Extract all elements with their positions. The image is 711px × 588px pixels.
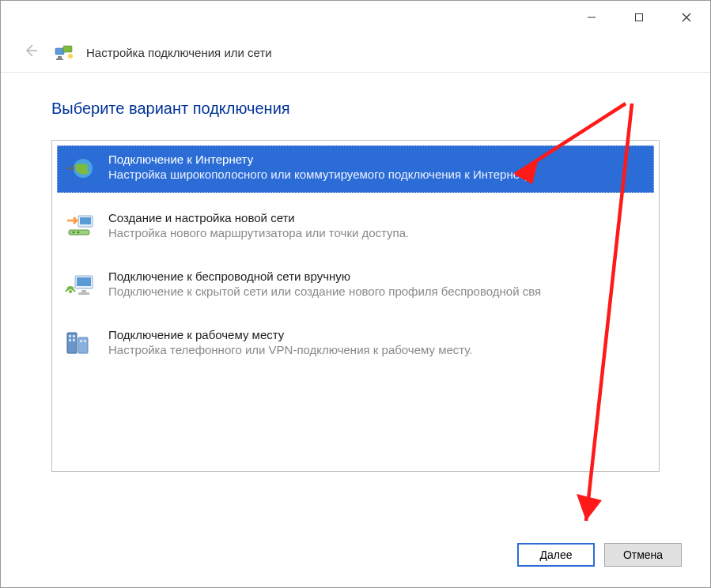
wireless-icon <box>64 270 96 301</box>
svg-rect-6 <box>63 46 72 52</box>
option-title: Подключение к Интернету <box>108 153 533 166</box>
network-wizard-icon <box>53 43 72 61</box>
svg-rect-17 <box>77 277 91 286</box>
content: Выберите вариант подключения Подключение… <box>1 73 710 472</box>
cancel-button[interactable]: Отмена <box>604 543 682 567</box>
svg-rect-25 <box>73 339 75 341</box>
svg-rect-24 <box>69 339 71 341</box>
svg-rect-21 <box>67 333 77 353</box>
maximize-button[interactable] <box>615 2 663 33</box>
router-icon <box>64 211 96 243</box>
svg-point-20 <box>69 290 72 293</box>
svg-rect-8 <box>56 58 63 60</box>
svg-point-15 <box>78 232 80 234</box>
options-list: Подключение к Интернету Настройка широко… <box>51 140 660 472</box>
svg-rect-7 <box>58 56 62 58</box>
titlebar <box>1 1 710 34</box>
svg-rect-22 <box>69 335 71 337</box>
option-title: Создание и настройка новой сети <box>108 211 409 224</box>
close-button[interactable] <box>663 2 710 33</box>
svg-rect-27 <box>80 340 82 342</box>
back-arrow-icon[interactable] <box>21 42 39 62</box>
svg-rect-5 <box>55 48 64 55</box>
option-new-network[interactable]: Создание и настройка новой сети Настройк… <box>57 204 654 251</box>
svg-rect-18 <box>81 290 86 292</box>
option-desc: Настройка телефонного или VPN-подключени… <box>108 343 473 356</box>
svg-rect-19 <box>78 292 89 295</box>
footer: Далее Отмена <box>517 543 682 567</box>
option-desc: Настройка нового маршрутизатора или точк… <box>108 226 409 239</box>
option-desc: Подключение к скрытой сети или создание … <box>108 285 541 298</box>
header: Настройка подключения или сети <box>1 34 710 73</box>
page-heading: Выберите вариант подключения <box>51 100 660 118</box>
option-internet[interactable]: Подключение к Интернету Настройка широко… <box>57 145 654 193</box>
next-button[interactable]: Далее <box>517 543 595 567</box>
svg-rect-12 <box>80 217 91 224</box>
globe-icon <box>64 153 96 184</box>
svg-rect-28 <box>84 340 86 342</box>
option-wireless-manual[interactable]: Подключение к беспроводной сети вручную … <box>57 262 654 310</box>
option-desc: Настройка широкополосного или коммутируе… <box>108 168 533 181</box>
svg-point-9 <box>68 54 73 58</box>
workplace-icon <box>64 328 96 360</box>
option-workplace[interactable]: Подключение к рабочему месту Настройка т… <box>57 321 654 368</box>
option-title: Подключение к беспроводной сети вручную <box>108 270 541 283</box>
option-title: Подключение к рабочему месту <box>108 328 473 341</box>
window-title: Настройка подключения или сети <box>86 46 272 59</box>
svg-marker-30 <box>577 494 602 521</box>
minimize-button[interactable] <box>568 2 615 33</box>
svg-rect-23 <box>73 335 75 337</box>
svg-rect-1 <box>636 14 643 21</box>
svg-rect-26 <box>78 337 88 353</box>
svg-point-14 <box>73 232 75 234</box>
